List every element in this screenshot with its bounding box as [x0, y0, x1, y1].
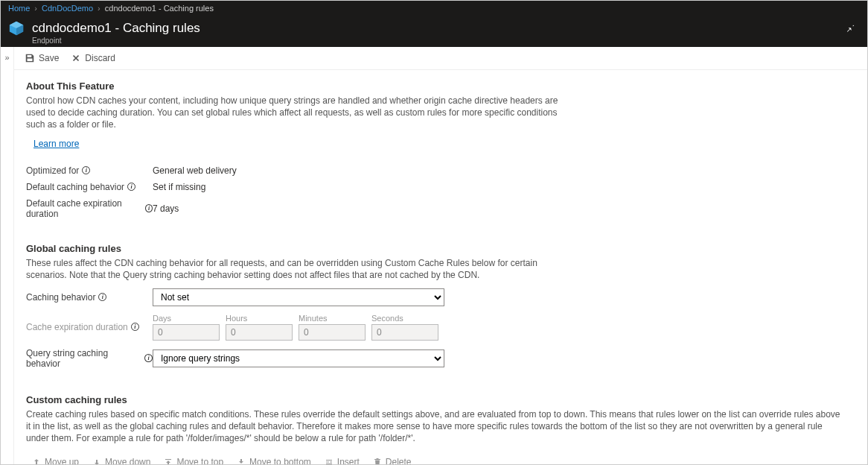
caching-behavior-label: Caching behavior: [26, 292, 95, 303]
expand-panel-button[interactable]: »: [1, 47, 14, 465]
breadcrumb-home[interactable]: Home: [8, 4, 30, 13]
seconds-input: [371, 324, 438, 341]
default-expiration-label: Default cache expiration duration: [26, 198, 142, 219]
command-bar: Save Discard: [14, 47, 867, 70]
insert-label: Insert: [337, 457, 360, 466]
info-icon[interactable]: i: [144, 354, 153, 362]
default-expiration-row: Default cache expiration duration i 7 da…: [26, 198, 855, 219]
arrow-up-icon: [32, 458, 41, 466]
info-icon[interactable]: i: [145, 204, 153, 212]
move-down-label: Move down: [105, 457, 150, 466]
info-icon[interactable]: i: [127, 183, 135, 191]
delete-icon: [373, 458, 382, 466]
caching-behavior-row: Caching behavior i Not set: [26, 288, 855, 306]
move-down-button[interactable]: Move down: [92, 457, 150, 466]
info-icon[interactable]: i: [98, 293, 106, 301]
rules-toolbar: Move up Move down Move to top Move to bo…: [26, 449, 855, 466]
hours-input: [226, 324, 293, 341]
breadcrumb-sep: ›: [98, 4, 100, 13]
query-string-label: Query string caching behavior: [26, 348, 141, 369]
endpoint-icon: [8, 20, 25, 37]
breadcrumb-current: cdndocdemo1 - Caching rules: [105, 4, 214, 13]
discard-button[interactable]: Discard: [71, 53, 115, 63]
arrow-top-icon: [164, 458, 173, 466]
seconds-label: Seconds: [371, 314, 438, 323]
custom-desc: Create caching rules based on specific m…: [26, 408, 845, 445]
pin-icon[interactable]: [845, 22, 860, 35]
arrow-bottom-icon: [237, 458, 246, 466]
move-top-label: Move to top: [176, 457, 223, 466]
page-title: cdndocdemo1 - Caching rules: [32, 21, 200, 36]
global-desc: These rules affect the CDN caching behav…: [26, 257, 562, 281]
move-up-button[interactable]: Move up: [32, 457, 79, 466]
about-desc: Control how CDN caches your content, inc…: [26, 95, 562, 131]
custom-heading: Custom caching rules: [26, 394, 855, 405]
delete-label: Delete: [386, 457, 412, 466]
cache-expiration-row: Cache expiration duration i Days Hours M…: [26, 314, 855, 341]
move-bottom-label: Move to bottom: [249, 457, 311, 466]
save-icon: [25, 53, 35, 63]
discard-label: Discard: [85, 53, 115, 63]
delete-button[interactable]: Delete: [373, 457, 412, 466]
default-caching-label: Default caching behavior: [26, 182, 124, 192]
save-button[interactable]: Save: [25, 53, 59, 63]
hours-label: Hours: [226, 314, 293, 323]
optimized-for-label: Optimized for: [26, 165, 79, 176]
content-area: About This Feature Control how CDN cache…: [14, 70, 867, 465]
page-header: cdndocdemo1 - Caching rules Endpoint: [1, 16, 867, 42]
breadcrumb: Home › CdnDocDemo › cdndocdemo1 - Cachin…: [1, 1, 867, 16]
minutes-input: [299, 324, 366, 341]
query-string-select[interactable]: Ignore query strings: [153, 349, 444, 367]
insert-icon: [325, 458, 334, 466]
learn-more-link[interactable]: Learn more: [33, 139, 79, 149]
about-heading: About This Feature: [26, 80, 855, 92]
days-input: [153, 324, 220, 341]
default-caching-row: Default caching behavior i Set if missin…: [26, 182, 855, 192]
move-bottom-button[interactable]: Move to bottom: [237, 457, 311, 466]
move-top-button[interactable]: Move to top: [164, 457, 223, 466]
page-subtitle: Endpoint: [32, 37, 61, 45]
optimized-for-row: Optimized for i General web delivery: [26, 165, 855, 176]
breadcrumb-sep: ›: [34, 4, 37, 13]
info-icon[interactable]: i: [82, 166, 90, 174]
save-label: Save: [39, 53, 59, 63]
caching-behavior-select[interactable]: Not set: [153, 288, 444, 306]
cache-expiration-label: Cache expiration duration: [26, 322, 128, 332]
breadcrumb-level1[interactable]: CdnDocDemo: [42, 4, 93, 13]
move-up-label: Move up: [45, 457, 79, 466]
default-caching-value: Set if missing: [153, 182, 205, 192]
info-icon[interactable]: i: [131, 323, 139, 331]
days-label: Days: [153, 314, 220, 323]
minutes-label: Minutes: [299, 314, 366, 323]
global-heading: Global caching rules: [26, 243, 855, 254]
query-string-row: Query string caching behavior i Ignore q…: [26, 348, 855, 369]
arrow-down-icon: [92, 458, 101, 466]
optimized-for-value: General web delivery: [153, 165, 237, 176]
discard-icon: [71, 53, 81, 63]
default-expiration-value: 7 days: [153, 203, 179, 214]
insert-button[interactable]: Insert: [325, 457, 360, 466]
